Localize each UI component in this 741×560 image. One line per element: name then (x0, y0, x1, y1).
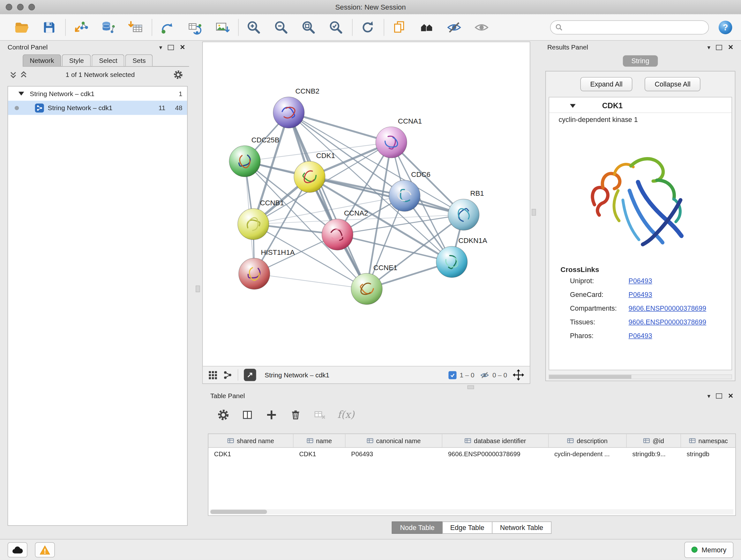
network-node-CCNB2[interactable] (273, 97, 305, 128)
tab-style[interactable]: Style (62, 54, 91, 66)
collapse-arrow-icon[interactable] (18, 91, 24, 96)
tab-network-table[interactable]: Network Table (492, 521, 551, 534)
pan-crosshair-icon[interactable] (513, 369, 524, 381)
panel-menu-icon[interactable]: ▾ (708, 44, 711, 51)
table-cell[interactable]: P06493 (346, 448, 443, 460)
panel-menu-icon[interactable]: ▾ (708, 392, 711, 399)
table-cell[interactable]: stringdb:9... (627, 448, 681, 460)
zoom-in-button[interactable] (244, 16, 264, 38)
tab-network[interactable]: Network (23, 54, 61, 66)
close-panel-button[interactable]: ✕ (728, 392, 733, 400)
network-collection-row[interactable]: String Network – cdk1 1 (8, 86, 187, 101)
table-cell[interactable]: 9606.ENSP00000378699 (442, 448, 549, 460)
search-input[interactable] (566, 23, 704, 32)
import-network-database-button[interactable] (98, 16, 119, 38)
network-edge[interactable] (289, 112, 367, 289)
show-columns-icon[interactable] (241, 408, 254, 421)
close-panel-button[interactable]: ✕ (180, 44, 185, 51)
tab-string[interactable]: String (623, 55, 658, 67)
import-table-button[interactable] (125, 16, 146, 38)
network-node-HIST1H1A[interactable] (239, 258, 270, 290)
horizontal-splitter-handle[interactable] (468, 385, 474, 389)
close-panel-button[interactable]: ✕ (728, 44, 733, 51)
tab-edge-table[interactable]: Edge Table (442, 521, 492, 534)
function-builder-button[interactable]: f(x) (337, 409, 354, 421)
network-node-CCNA2[interactable] (322, 219, 353, 250)
network-node-CDC6[interactable] (389, 180, 420, 211)
column-header-name[interactable]: name (293, 434, 346, 447)
float-panel-button[interactable] (716, 393, 722, 398)
network-overview-icon[interactable] (223, 370, 232, 379)
expand-all-icon[interactable] (20, 71, 27, 78)
refresh-button[interactable] (357, 16, 378, 38)
panel-menu-icon[interactable]: ▾ (159, 44, 162, 51)
table-horizontal-scrollbar[interactable] (210, 509, 733, 514)
crosslink-link[interactable]: P06493 (629, 332, 652, 340)
column-header-@id[interactable]: @id (627, 434, 681, 447)
selected-checkbox-icon[interactable] (448, 371, 456, 379)
network-row-selected[interactable]: String Network – cdk1 11 48 (8, 101, 187, 115)
expand-all-button[interactable]: Expand All (580, 77, 632, 91)
tab-select[interactable]: Select (92, 54, 125, 66)
network-node-CDK1[interactable] (294, 161, 325, 192)
network-edge[interactable] (289, 112, 391, 142)
network-node-RB1[interactable] (448, 199, 479, 230)
network-canvas[interactable]: CCNB2CCNA1CDC25BCDK1CDC6RB1CCNB1CCNA2CDK… (203, 42, 530, 366)
network-node-CDC25B[interactable] (229, 145, 260, 177)
clipboard-button[interactable] (389, 16, 410, 38)
grid-view-icon[interactable] (208, 370, 217, 379)
gear-icon[interactable] (173, 70, 184, 80)
collapse-arrow-icon[interactable] (570, 104, 576, 108)
collapse-all-button[interactable]: Collapse All (645, 77, 700, 91)
tab-sets[interactable]: Sets (125, 54, 153, 66)
column-header-description[interactable]: description (549, 434, 626, 447)
crosslink-link[interactable]: 9606.ENSP00000378699 (629, 318, 706, 326)
show-all-button[interactable] (471, 16, 492, 38)
delete-column-icon[interactable] (289, 408, 302, 421)
network-edge[interactable] (254, 273, 367, 289)
warnings-button[interactable] (35, 542, 55, 557)
crosslink-link[interactable]: P06493 (629, 291, 652, 299)
vertical-splitter-handle[interactable] (532, 209, 536, 216)
save-session-button[interactable] (39, 16, 59, 38)
table-row[interactable]: CDK1CDK1P064939606.ENSP00000378699cyclin… (208, 448, 735, 460)
network-node-CCNA1[interactable] (376, 127, 407, 158)
zoom-out-button[interactable] (271, 16, 292, 38)
new-network-button[interactable] (157, 16, 178, 38)
collapse-all-icon[interactable] (10, 71, 17, 78)
network-node-CDKN1A[interactable] (436, 246, 468, 278)
table-cell[interactable]: CDK1 (208, 448, 293, 460)
results-horizontal-scrollbar[interactable] (549, 374, 732, 379)
add-column-icon[interactable] (265, 408, 278, 421)
column-icon (567, 437, 574, 444)
column-header-database-identifier[interactable]: database identifier (442, 434, 549, 447)
new-network-from-table-button[interactable] (185, 16, 205, 38)
cybrowser-button[interactable] (416, 16, 437, 38)
table-settings-gear-icon[interactable] (217, 408, 230, 421)
float-panel-button[interactable] (716, 45, 722, 50)
column-header-canonical-name[interactable]: canonical name (346, 434, 443, 447)
vertical-splitter-handle[interactable] (196, 286, 200, 292)
memory-button[interactable]: Memory (684, 542, 734, 557)
hide-selected-button[interactable] (444, 16, 465, 38)
import-network-file-button[interactable] (71, 16, 91, 38)
export-image-button[interactable] (212, 16, 232, 38)
open-in-window-button[interactable] (244, 369, 256, 381)
table-cell[interactable]: cyclin-dependent ... (549, 448, 626, 460)
open-session-button[interactable] (11, 16, 32, 38)
network-node-CCNB1[interactable] (238, 208, 269, 240)
column-header-namespac[interactable]: namespac (681, 434, 736, 447)
crosslink-link[interactable]: 9606.ENSP00000378699 (629, 305, 706, 312)
zoom-selected-button[interactable] (326, 16, 346, 38)
table-cell[interactable]: stringdb (681, 448, 736, 460)
network-node-CCNE1[interactable] (351, 273, 382, 305)
float-panel-button[interactable] (168, 45, 174, 50)
cloud-button[interactable] (8, 542, 27, 557)
table-cell[interactable]: CDK1 (293, 448, 346, 460)
protein-card-header[interactable]: CDK1 (549, 98, 732, 113)
tab-node-table[interactable]: Node Table (392, 521, 443, 534)
help-button[interactable]: ? (718, 19, 733, 35)
column-header-shared-name[interactable]: shared name (208, 434, 293, 447)
crosslink-link[interactable]: P06493 (629, 277, 652, 285)
zoom-fit-button[interactable] (298, 16, 319, 38)
